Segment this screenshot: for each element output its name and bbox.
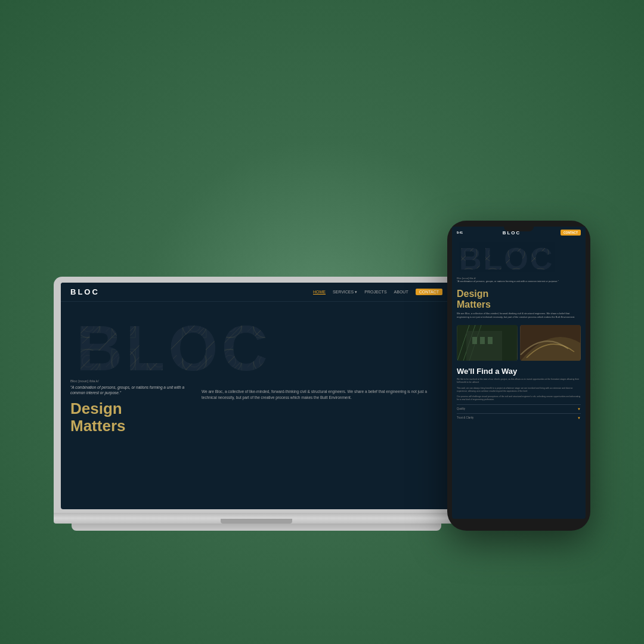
phone-images-row — [452, 323, 586, 363]
phone-find-way-p2: This said, we can always bring benefit t… — [457, 387, 581, 394]
laptop-screen-wrapper: BLOC HOME SERVICES ▾ PROJECTS ABOUT CONT… — [54, 277, 459, 513]
phone-find-way-p1: We like to be involved at the start of o… — [457, 378, 581, 385]
phone-notch — [504, 227, 534, 231]
accordion-trust-label: Trust & Clarity — [457, 416, 473, 419]
phone-find-way-heading: We'll Find a Way — [457, 367, 581, 376]
phone-design-section: Design Matters We are Bloc, a collective… — [452, 285, 586, 322]
accordion-quality-label: Quality — [457, 407, 465, 410]
laptop-hero-left: Bloc [noun] /bla.k/ "A combination of pe… — [70, 379, 190, 434]
phone-bloc-svg: BLOC — [457, 241, 581, 272]
laptop-logo: BLOC — [70, 287, 100, 296]
phone-curved-img — [520, 325, 581, 361]
svg-rect-18 — [472, 337, 477, 344]
phone-design-heading: Design Matters — [457, 289, 581, 309]
laptop-foot — [72, 524, 441, 531]
laptop-design-desc: We are Bloc, a collective of like-minded… — [202, 384, 442, 401]
svg-text:BLOC: BLOC — [76, 312, 271, 376]
definition-label: Bloc [noun] /bla.k/ — [70, 379, 190, 383]
scene: BLOC HOME SERVICES ▾ PROJECTS ABOUT CONT… — [54, 113, 590, 531]
svg-rect-19 — [480, 337, 485, 344]
svg-rect-17 — [466, 331, 502, 361]
phone-device: 9:41 BLOC CONTACT — [447, 221, 590, 531]
svg-rect-20 — [488, 337, 493, 344]
nav-contact-btn[interactable]: CONTACT — [416, 289, 442, 295]
laptop-hero-letters: BLOC — [61, 302, 452, 379]
nav-services[interactable]: SERVICES ▾ — [333, 290, 357, 295]
phone-nav-right: CONTACT — [561, 230, 581, 236]
phone-screen: 9:41 BLOC CONTACT — [452, 227, 586, 519]
curved-svg — [520, 325, 581, 361]
phone-find-way-p3: Our process will challenge visual percep… — [457, 395, 581, 402]
nav-home[interactable]: HOME — [313, 290, 326, 295]
laptop-nav-links: HOME SERVICES ▾ PROJECTS ABOUT CONTACT — [313, 289, 442, 295]
accordion-trust[interactable]: Trust & Clarity ▼ — [457, 413, 581, 422]
phone-hero-letters: BLOC — [452, 239, 586, 277]
laptop-hero-bottom: Bloc [noun] /bla.k/ "A combination of pe… — [61, 379, 452, 434]
phone-contact-btn[interactable]: CONTACT — [561, 230, 581, 236]
nav-projects[interactable]: PROJECTS — [364, 290, 386, 294]
phone-definition: Bloc [noun] /bla.k/ "A combination of pe… — [452, 277, 586, 285]
laptop-base — [54, 513, 459, 524]
laptop-screen: BLOC HOME SERVICES ▾ PROJECTS ABOUT CONT… — [61, 283, 452, 509]
building-photo — [457, 325, 518, 361]
phone-status-time: 9:41 — [457, 231, 463, 234]
phone-design-desc: We are Bloc, a collective of like-minded… — [457, 312, 581, 318]
laptop-hero-right: We are Bloc, a collective of like-minded… — [202, 379, 442, 434]
accordion-quality[interactable]: Quality ▼ — [457, 404, 581, 413]
curved-photo — [520, 325, 581, 361]
phone-building-img — [457, 325, 518, 361]
building-svg — [457, 325, 518, 361]
laptop-device: BLOC HOME SERVICES ▾ PROJECTS ABOUT CONT… — [54, 277, 459, 531]
phone-def-quote: "A combination of persons, groups, or na… — [457, 280, 581, 283]
laptop-nav: BLOC HOME SERVICES ▾ PROJECTS ABOUT CONT… — [61, 283, 452, 302]
accordion-trust-arrow: ▼ — [577, 416, 581, 420]
svg-text:BLOC: BLOC — [459, 242, 554, 272]
accordion-quality-arrow: ▼ — [577, 407, 581, 411]
nav-about[interactable]: ABOUT — [394, 290, 408, 294]
phone-outer: 9:41 BLOC CONTACT — [447, 221, 590, 531]
laptop-design-matters: Design Matters — [70, 400, 190, 434]
phone-find-way-section: We'll Find a Way We like to be involved … — [452, 363, 586, 426]
bloc-letters-svg: BLOC — [70, 308, 442, 376]
definition-quote: "A combination of persons, groups, or na… — [70, 385, 190, 395]
